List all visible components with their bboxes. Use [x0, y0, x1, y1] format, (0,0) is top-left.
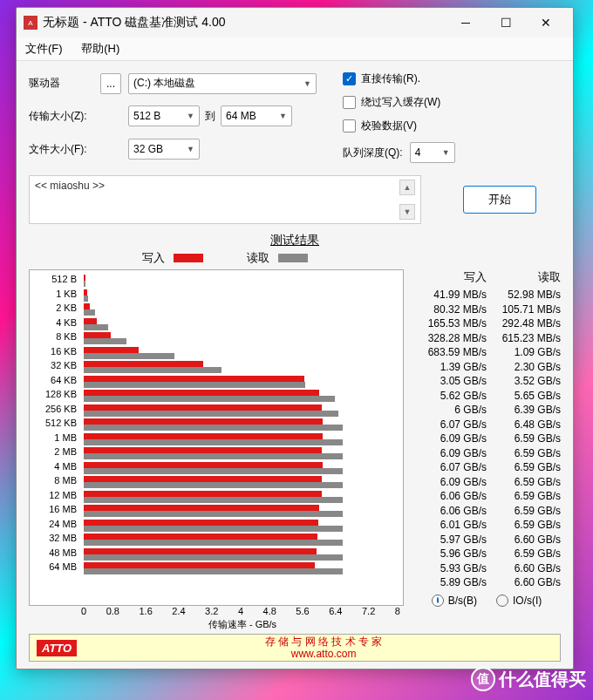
table-row: 6.09 GB/s6.59 GB/s: [412, 432, 561, 447]
write-cell: 80.32 MB/s: [412, 303, 487, 318]
y-tick-label: 512 KB: [33, 418, 77, 428]
transfer-size-to-select[interactable]: 64 MB▼: [221, 105, 292, 126]
table-row: 6.06 GB/s6.59 GB/s: [412, 490, 561, 505]
close-button[interactable]: ✕: [526, 10, 566, 36]
y-tick-label: 12 MB: [33, 490, 77, 500]
y-tick-label: 16 KB: [33, 346, 77, 357]
write-bar: [84, 361, 203, 367]
table-row: 5.97 GB/s6.60 GB/s: [412, 533, 561, 548]
menu-file[interactable]: 文件(F): [25, 42, 63, 55]
write-bar: [84, 418, 323, 425]
bar-row: 24 MB: [82, 519, 396, 533]
read-bar: [84, 281, 85, 287]
write-bar: [84, 347, 139, 353]
table-row: 6.07 GB/s6.48 GB/s: [412, 418, 561, 433]
table-row: 6.06 GB/s6.59 GB/s: [412, 505, 561, 520]
window-title: 无标题 - ATTO 磁盘基准测试 4.00: [43, 15, 446, 31]
write-bar: [84, 491, 322, 497]
bar-row: 32 MB: [82, 533, 396, 547]
bypass-cache-label: 绕过写入缓存(W): [361, 95, 440, 110]
table-row: 5.62 GB/s5.65 GB/s: [412, 390, 561, 404]
write-bar: [84, 505, 319, 511]
read-bar: [84, 367, 222, 373]
bar-row: 256 KB: [82, 404, 396, 418]
browse-button[interactable]: ...: [100, 73, 121, 94]
write-cell: 5.89 GB/s: [412, 576, 487, 591]
read-cell: 6.60 GB/s: [487, 562, 561, 577]
file-size-select[interactable]: 32 GB▼: [128, 139, 200, 160]
read-cell: 2.30 GB/s: [487, 361, 561, 376]
col-write-header: 写入: [412, 269, 487, 285]
legend: 写入 读取: [29, 250, 561, 266]
read-bar: [84, 309, 95, 316]
write-cell: 6.01 GB/s: [412, 519, 487, 533]
read-cell: 6.59 GB/s: [487, 476, 561, 491]
bypass-cache-checkbox[interactable]: [343, 96, 356, 109]
scroll-down-icon[interactable]: ▼: [399, 204, 415, 220]
drive-select[interactable]: (C:) 本地磁盘▼: [128, 73, 317, 94]
y-tick-label: 48 MB: [33, 547, 77, 558]
y-tick-label: 32 MB: [33, 533, 77, 543]
legend-write-swatch: [174, 254, 203, 262]
maximize-button[interactable]: ☐: [486, 10, 526, 36]
radio-ios[interactable]: [496, 595, 508, 607]
transfer-size-from-select[interactable]: 512 B▼: [128, 105, 200, 126]
content: 驱动器 ... (C:) 本地磁盘▼ 传输大小(Z): 512 B▼ 到 64 …: [17, 61, 573, 669]
start-button[interactable]: 开始: [463, 186, 536, 214]
write-cell: 1.39 GB/s: [412, 361, 487, 376]
read-bar: [84, 568, 343, 574]
titlebar[interactable]: A 无标题 - ATTO 磁盘基准测试 4.00 ─ ☐ ✕: [17, 8, 573, 37]
read-bar: [84, 468, 343, 474]
read-cell: 6.59 GB/s: [487, 547, 561, 562]
y-tick-label: 64 MB: [33, 561, 77, 572]
write-bar: [84, 533, 317, 540]
y-tick-label: 8 MB: [33, 475, 77, 486]
description-scrollbar[interactable]: ▲ ▼: [399, 180, 415, 220]
write-bar: [84, 433, 323, 439]
x-tick-label: 1.6: [139, 606, 152, 616]
write-cell: 6.09 GB/s: [412, 476, 487, 491]
read-bar: [84, 439, 343, 445]
read-bar: [84, 411, 338, 417]
y-tick-label: 1 KB: [33, 289, 77, 299]
bar-row: 8 KB: [82, 331, 396, 346]
x-tick-label: 7.2: [362, 606, 375, 616]
menu-help[interactable]: 帮助(H): [81, 42, 119, 55]
read-bar: [84, 338, 126, 344]
read-cell: 6.48 GB/s: [487, 418, 561, 433]
direct-io-checkbox[interactable]: ✓: [343, 72, 356, 85]
read-cell: 292.48 MB/s: [487, 317, 561, 332]
bar-row: 1 KB: [82, 289, 396, 303]
description-textarea[interactable]: << miaoshu >> ▲ ▼: [29, 175, 421, 224]
read-bar: [84, 526, 343, 532]
read-cell: 6.59 GB/s: [487, 490, 561, 505]
y-tick-label: 4 KB: [33, 317, 77, 328]
minimize-button[interactable]: ─: [446, 10, 486, 36]
table-row: 6.09 GB/s6.59 GB/s: [412, 447, 561, 462]
read-bar: [84, 353, 174, 359]
y-tick-label: 128 KB: [33, 389, 77, 399]
radio-bs[interactable]: [432, 595, 444, 607]
read-cell: 3.52 GB/s: [487, 375, 561, 390]
read-cell: 615.23 MB/s: [487, 332, 561, 347]
bar-row: 16 MB: [82, 504, 396, 519]
y-tick-label: 512 B: [33, 274, 77, 284]
verify-data-label: 校验数据(V): [361, 119, 417, 133]
write-bar: [84, 303, 90, 309]
read-bar: [84, 497, 343, 503]
menubar: 文件(F) 帮助(H): [17, 37, 573, 61]
scroll-up-icon[interactable]: ▲: [399, 180, 415, 195]
write-bar: [84, 376, 304, 382]
y-tick-label: 8 KB: [33, 331, 77, 342]
write-cell: 5.62 GB/s: [412, 390, 487, 404]
table-row: 80.32 MB/s105.71 MB/s: [412, 303, 561, 318]
read-cell: 6.59 GB/s: [487, 447, 561, 462]
table-row: 6.07 GB/s6.59 GB/s: [412, 461, 561, 476]
x-axis-label: 传输速率 - GB/s: [29, 618, 404, 631]
queue-depth-select[interactable]: 4▼: [410, 142, 455, 163]
x-tick-label: 4: [238, 606, 243, 616]
verify-data-checkbox[interactable]: [343, 119, 356, 133]
bar-row: 64 KB: [82, 375, 396, 390]
table-row: 1.39 GB/s2.30 GB/s: [412, 361, 561, 376]
direct-io-label: 直接传输(R).: [361, 71, 420, 86]
